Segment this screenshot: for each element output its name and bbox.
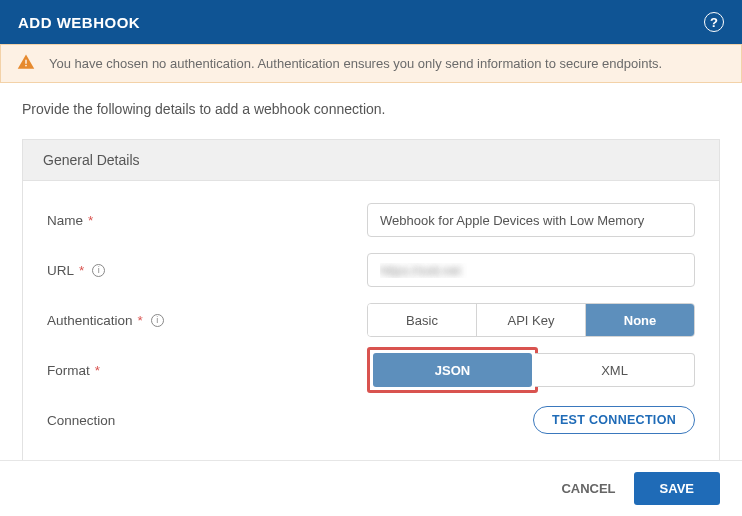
warning-icon [17,53,35,74]
intro-text: Provide the following details to add a w… [22,101,720,117]
format-option-xml[interactable]: XML [535,353,695,387]
row-name: Name* [47,195,695,245]
content-area: Provide the following details to add a w… [0,83,742,464]
help-icon[interactable]: ? [704,12,724,32]
auth-label: Authentication* i [47,313,367,328]
row-url: URL* i [47,245,695,295]
dialog-header: ADD WEBHOOK ? [0,0,742,44]
row-authentication: Authentication* i Basic API Key None [47,295,695,345]
cancel-button[interactable]: CANCEL [561,481,615,496]
format-label: Format* [47,363,367,378]
row-connection: Connection TEST CONNECTION [47,395,695,445]
warning-text: You have chosen no authentication. Authe… [49,56,662,71]
name-label: Name* [47,213,367,228]
row-format: Format* JSON XML [47,345,695,395]
dialog-title: ADD WEBHOOK [18,14,140,31]
test-connection-button[interactable]: TEST CONNECTION [533,406,695,434]
format-json-highlight: JSON [367,347,538,393]
url-label: URL* i [47,263,367,278]
auth-option-basic[interactable]: Basic [368,304,477,336]
dialog-footer: CANCEL SAVE [0,460,742,516]
warning-banner: You have chosen no authentication. Authe… [0,44,742,83]
name-input[interactable] [367,203,695,237]
info-icon[interactable]: i [92,264,105,277]
general-details-panel: General Details Name* URL* i [22,139,720,464]
info-icon[interactable]: i [151,314,164,327]
url-input[interactable] [367,253,695,287]
format-option-json[interactable]: JSON [373,353,532,387]
auth-option-none[interactable]: None [586,304,694,336]
panel-title: General Details [23,140,719,181]
connection-label: Connection [47,413,367,428]
auth-option-apikey[interactable]: API Key [477,304,586,336]
auth-segmented: Basic API Key None [367,303,695,337]
save-button[interactable]: SAVE [634,472,720,505]
